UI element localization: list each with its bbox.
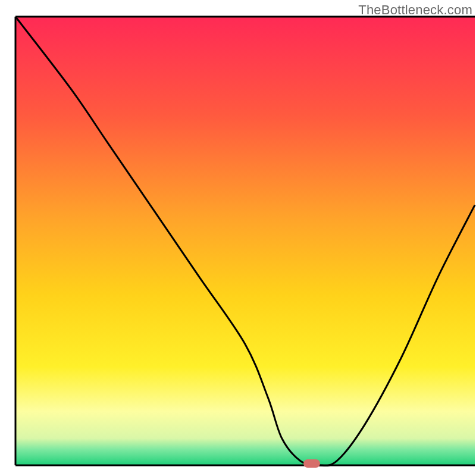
watermark-text: TheBottleneck.com xyxy=(358,2,472,18)
chart-stage: TheBottleneck.com xyxy=(0,0,476,476)
bottleneck-chart xyxy=(0,0,476,476)
plot-background xyxy=(15,17,475,465)
optimum-marker xyxy=(303,459,320,468)
